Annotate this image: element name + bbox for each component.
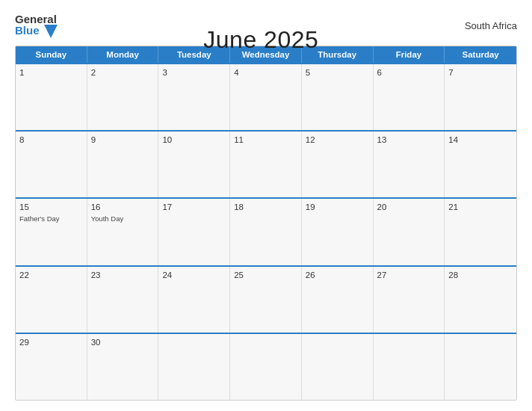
logo-blue-text: Blue	[15, 25, 58, 38]
weekday-monday: Monday	[87, 46, 159, 63]
day-empty-5	[445, 334, 516, 400]
day-17: 17	[158, 199, 230, 265]
weekday-saturday: Saturday	[445, 46, 516, 63]
calendar: Sunday Monday Tuesday Wednesday Thursday…	[15, 46, 517, 401]
calendar-body: 1 2 3 4 5 6 7 8 9 10 11 12 13 14 15	[16, 63, 516, 400]
day-5: 5	[302, 64, 374, 130]
day-28: 28	[445, 267, 516, 333]
calendar-week-2: 8 9 10 11 12 13 14	[16, 130, 516, 197]
day-13: 13	[374, 132, 445, 197]
calendar-week-3: 15 Father's Day 16 Youth Day 17 18 19 20…	[16, 197, 516, 265]
day-empty-3	[302, 334, 374, 400]
day-8: 8	[16, 132, 87, 197]
day-11: 11	[230, 132, 302, 197]
day-12: 12	[302, 132, 374, 197]
day-19: 19	[302, 199, 374, 265]
calendar-week-5: 29 30	[16, 333, 516, 400]
weekday-friday: Friday	[374, 46, 445, 63]
day-27: 27	[374, 267, 445, 333]
day-3: 3	[158, 64, 230, 130]
day-6: 6	[374, 64, 445, 130]
day-2: 2	[87, 64, 159, 130]
day-16: 16 Youth Day	[87, 199, 159, 265]
weekday-sunday: Sunday	[16, 46, 87, 63]
header: General Blue June 2025 South Africa	[15, 13, 517, 38]
day-1: 1	[16, 64, 87, 130]
day-23: 23	[87, 267, 159, 333]
day-empty-2	[230, 334, 302, 400]
day-26: 26	[302, 267, 374, 333]
day-21: 21	[445, 199, 516, 265]
day-14: 14	[445, 132, 516, 197]
country-label: South Africa	[465, 20, 517, 31]
day-18: 18	[230, 199, 302, 265]
day-4: 4	[230, 64, 302, 130]
day-empty-1	[158, 334, 230, 400]
day-24: 24	[158, 267, 230, 333]
day-30: 30	[87, 334, 159, 400]
calendar-week-4: 22 23 24 25 26 27 28	[16, 265, 516, 333]
day-15: 15 Father's Day	[16, 199, 87, 265]
calendar-week-1: 1 2 3 4 5 6 7	[16, 63, 516, 130]
page: General Blue June 2025 South Africa Sund…	[0, 0, 532, 411]
day-29: 29	[16, 334, 87, 400]
day-20: 20	[374, 199, 445, 265]
svg-marker-0	[44, 25, 58, 38]
logo: General Blue	[15, 13, 58, 38]
day-9: 9	[87, 132, 159, 197]
logo-icon	[44, 25, 58, 38]
day-7: 7	[445, 64, 516, 130]
day-22: 22	[16, 267, 87, 333]
logo-general-text: General	[15, 13, 58, 25]
day-empty-4	[374, 334, 445, 400]
month-title: June 2025	[203, 26, 318, 54]
day-10: 10	[158, 132, 230, 197]
day-25: 25	[230, 267, 302, 333]
